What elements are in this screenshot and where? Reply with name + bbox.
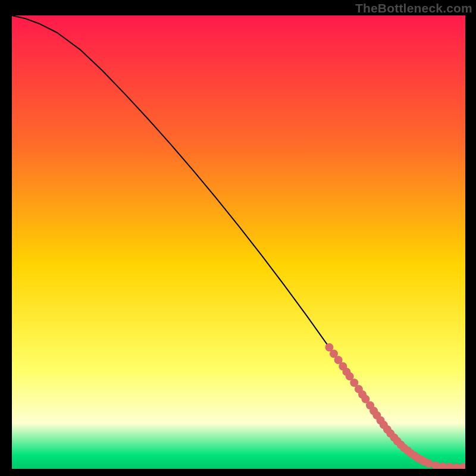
chart-svg	[12, 15, 465, 469]
watermark-text: TheBottleneck.com	[355, 1, 472, 15]
plot-area	[12, 15, 465, 469]
gradient-background	[12, 15, 465, 469]
chart-frame: TheBottleneck.com	[0, 0, 476, 476]
